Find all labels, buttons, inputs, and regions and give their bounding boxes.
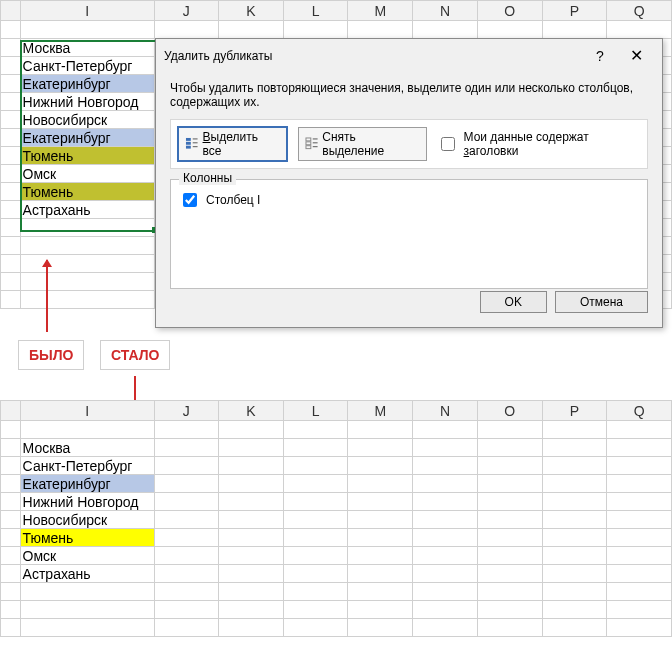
- col-header-I[interactable]: I: [20, 1, 154, 21]
- col-header-K[interactable]: K: [219, 401, 284, 421]
- svg-rect-5: [306, 146, 311, 149]
- column-checkbox[interactable]: [183, 193, 197, 207]
- col-header-P[interactable]: P: [542, 1, 607, 21]
- help-button[interactable]: ?: [582, 45, 618, 67]
- close-button[interactable]: ✕: [618, 45, 654, 67]
- column-item[interactable]: Столбец I: [179, 190, 639, 210]
- col-header-M[interactable]: M: [348, 1, 413, 21]
- columns-group: Колонны Столбец I: [170, 179, 648, 289]
- col-header-blank[interactable]: [1, 1, 21, 21]
- cancel-button[interactable]: Отмена: [555, 291, 648, 313]
- svg-rect-2: [186, 146, 191, 149]
- col-header-P[interactable]: P: [542, 401, 607, 421]
- col-header-blank[interactable]: [1, 401, 21, 421]
- unselect-all-button[interactable]: Снять выделение: [298, 127, 427, 161]
- arrow-before: [46, 260, 48, 332]
- svg-rect-4: [306, 142, 311, 145]
- cell[interactable]: [20, 21, 154, 39]
- spreadsheet-bottom[interactable]: I J K L M N O P Q Москва Санкт-Петербург…: [0, 400, 672, 637]
- cell[interactable]: Москва: [20, 439, 154, 457]
- col-header-O[interactable]: O: [477, 401, 542, 421]
- headers-checkbox[interactable]: [441, 137, 455, 151]
- cell[interactable]: Омск: [20, 165, 154, 183]
- cell[interactable]: Омск: [20, 547, 154, 565]
- col-header-L[interactable]: L: [283, 1, 348, 21]
- headers-checkbox-wrapper[interactable]: Мои данные содержат заголовки: [437, 130, 641, 158]
- col-header-J[interactable]: J: [154, 1, 219, 21]
- label-after: СТАЛО: [100, 340, 170, 370]
- cell[interactable]: Тюмень: [20, 529, 154, 547]
- col-header-K[interactable]: K: [219, 1, 284, 21]
- cell[interactable]: [20, 421, 154, 439]
- svg-rect-3: [306, 138, 311, 141]
- select-all-icon: [185, 137, 199, 151]
- column-label: Столбец I: [206, 193, 260, 207]
- cell[interactable]: Астрахань: [20, 565, 154, 583]
- col-header-N[interactable]: N: [413, 401, 478, 421]
- col-header-I[interactable]: I: [20, 401, 154, 421]
- cell[interactable]: Нижний Новгород: [20, 93, 154, 111]
- label-before: БЫЛО: [18, 340, 84, 370]
- ok-button[interactable]: OK: [480, 291, 547, 313]
- cell[interactable]: Санкт-Петербург: [20, 457, 154, 475]
- col-header-Q[interactable]: Q: [607, 401, 672, 421]
- unselect-all-icon: [305, 137, 319, 151]
- cell[interactable]: Тюмень: [20, 183, 154, 201]
- cell[interactable]: Астрахань: [20, 201, 154, 219]
- cell[interactable]: Новосибирск: [20, 111, 154, 129]
- cell[interactable]: Екатеринбург: [20, 475, 154, 493]
- dialog-toolbar: Выделить все Снять выделение Мои данные …: [170, 119, 648, 169]
- select-all-button[interactable]: Выделить все: [177, 126, 288, 162]
- col-header-O[interactable]: O: [477, 1, 542, 21]
- cell[interactable]: Тюмень: [20, 147, 154, 165]
- cell[interactable]: Екатеринбург: [20, 129, 154, 147]
- select-all-label: ыделить все: [203, 130, 258, 158]
- col-header-M[interactable]: M: [348, 401, 413, 421]
- cell[interactable]: Екатеринбург: [20, 75, 154, 93]
- col-header-Q[interactable]: Q: [607, 1, 672, 21]
- col-header-N[interactable]: N: [413, 1, 478, 21]
- cell[interactable]: Москва: [20, 39, 154, 57]
- dialog-description: Чтобы удалить повторяющиеся значения, вы…: [170, 81, 648, 109]
- svg-rect-0: [186, 138, 191, 141]
- cell[interactable]: Новосибирск: [20, 511, 154, 529]
- cell[interactable]: Нижний Новгород: [20, 493, 154, 511]
- svg-rect-1: [186, 142, 191, 145]
- col-header-J[interactable]: J: [154, 401, 219, 421]
- columns-title: Колонны: [179, 171, 236, 185]
- dialog-titlebar[interactable]: Удалить дубликаты ? ✕: [156, 39, 662, 73]
- unselect-all-label: Снять выделение: [322, 130, 418, 158]
- remove-duplicates-dialog: Удалить дубликаты ? ✕ Чтобы удалить повт…: [155, 38, 663, 328]
- col-header-L[interactable]: L: [283, 401, 348, 421]
- cell[interactable]: Санкт-Петербург: [20, 57, 154, 75]
- dialog-title: Удалить дубликаты: [164, 49, 272, 63]
